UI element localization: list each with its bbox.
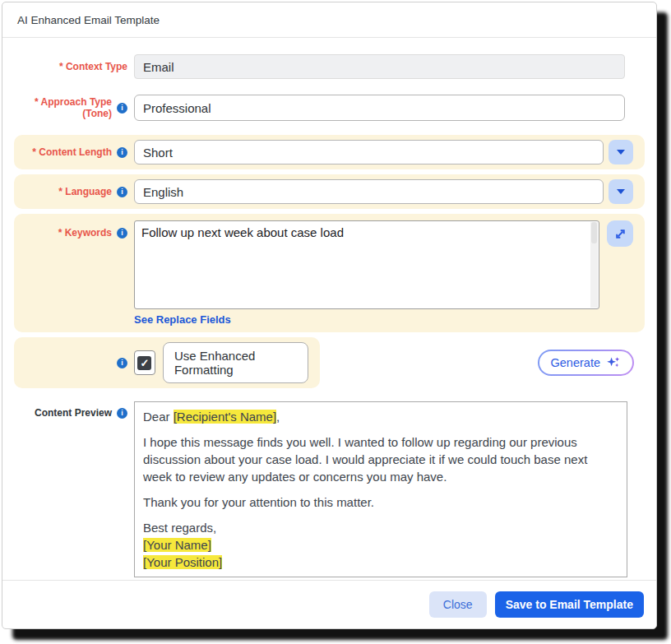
merge-field-highlight: [Your Name] <box>143 538 211 552</box>
expand-textarea-button[interactable] <box>607 220 633 247</box>
approach-type-row: * Approach Type (Tone) i Professional <box>14 95 645 121</box>
context-type-row: * Context Type Email <box>14 54 645 79</box>
generate-button[interactable]: Generate <box>538 350 634 376</box>
info-icon[interactable]: i <box>117 228 127 239</box>
dialog-title: AI Enhanced Email Template <box>2 2 656 38</box>
merge-field-highlight: [Recipient's Name] <box>174 410 276 424</box>
content-preview-area[interactable]: Dear [Recipient's Name],I hope this mess… <box>134 401 627 577</box>
preview-paragraph: Thank you for your attention to this mat… <box>143 493 618 511</box>
close-button[interactable]: Close <box>429 591 487 618</box>
merge-field-highlight: [Your Position] <box>143 555 222 569</box>
generate-button-label: Generate <box>551 356 600 369</box>
dialog-footer: Close Save to Email Template <box>2 580 656 628</box>
keywords-row: * Keywords i Follow up next week about c… <box>14 214 645 332</box>
checkmark-icon: ✓ <box>141 358 150 368</box>
enhanced-formatting-label[interactable]: Use Enhanced Formatting <box>163 342 308 383</box>
content-preview-label: Content Preview <box>35 407 112 419</box>
info-icon[interactable]: i <box>117 358 127 368</box>
expand-icon <box>613 227 627 241</box>
info-icon[interactable]: i <box>117 187 127 197</box>
dialog-body: * Context Type Email * Approach Type (To… <box>2 38 656 580</box>
approach-type-label: * Approach Type (Tone) <box>35 96 112 119</box>
content-length-label: * Content Length <box>32 146 112 158</box>
content-length-row: * Content Length i Short <box>14 135 645 169</box>
keywords-textarea[interactable]: Follow up next week about case load <box>134 220 599 309</box>
scrollbar[interactable] <box>590 222 598 308</box>
preview-paragraph: Best regards,[Your Name][Your Position] <box>143 519 618 571</box>
content-preview-row: Content Preview i Dear [Recipient's Name… <box>14 401 645 577</box>
ai-email-template-dialog: AI Enhanced Email Template * Context Typ… <box>2 2 657 629</box>
info-icon[interactable]: i <box>117 408 127 419</box>
preview-paragraph: I hope this message finds you well. I wa… <box>143 433 618 485</box>
see-replace-fields-link[interactable]: See Replace Fields <box>134 313 231 326</box>
info-icon[interactable]: i <box>117 103 127 114</box>
enhanced-formatting-group: i ✓ Use Enhanced Formatting <box>14 337 320 388</box>
content-length-input[interactable]: Short <box>134 140 604 164</box>
options-row: i ✓ Use Enhanced Formatting Generate <box>14 337 645 388</box>
language-row: * Language i English <box>14 174 645 209</box>
context-type-label: * Context Type <box>59 61 127 72</box>
keywords-label: * Keywords <box>58 227 112 239</box>
sparkles-icon <box>606 355 621 370</box>
language-dropdown-button[interactable] <box>609 179 633 204</box>
chevron-down-icon <box>617 150 625 155</box>
context-type-field: Email <box>134 54 625 79</box>
approach-type-input[interactable]: Professional <box>134 95 625 121</box>
info-icon[interactable]: i <box>117 147 127 158</box>
language-input[interactable]: English <box>134 179 604 204</box>
preview-paragraph: Dear [Recipient's Name], <box>143 408 618 425</box>
chevron-down-icon <box>617 189 625 194</box>
enhanced-formatting-checkbox[interactable]: ✓ <box>134 350 155 375</box>
save-to-email-template-button[interactable]: Save to Email Template <box>495 591 644 618</box>
content-length-dropdown-button[interactable] <box>609 140 633 164</box>
language-label: * Language <box>58 186 112 197</box>
